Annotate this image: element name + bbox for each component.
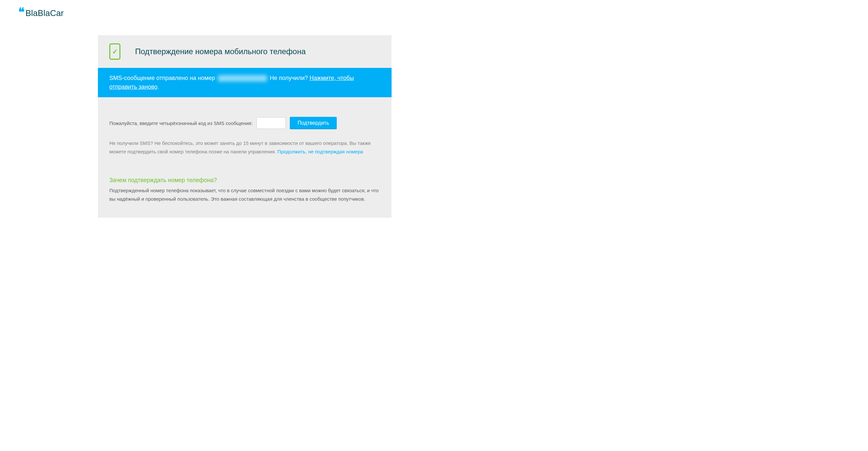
header-section: ✓ Подтверждение номера мобильного телефо… bbox=[98, 35, 392, 68]
banner-period: . bbox=[157, 84, 159, 90]
logo[interactable]: ❝ BlaBlaCar bbox=[0, 0, 490, 19]
help-text-section: Не получили SMS? Не беспокойтесь, это мо… bbox=[98, 139, 392, 156]
banner-text-before: SMS-сообщение отправлено на номер bbox=[109, 75, 217, 81]
banner-text-after: Не получили? bbox=[268, 75, 310, 81]
sms-sent-banner: SMS-сообщение отправлено на номер Не пол… bbox=[98, 68, 392, 97]
check-icon: ✓ bbox=[112, 48, 118, 56]
confirm-button[interactable]: Подтвердить bbox=[290, 117, 337, 129]
sms-code-input[interactable] bbox=[256, 117, 286, 129]
why-text: Подтвержденный номер телефона показывает… bbox=[109, 186, 380, 203]
why-section: Зачем подтверждать номер телефона? Подтв… bbox=[98, 156, 392, 203]
page-title: Подтверждение номера мобильного телефона bbox=[135, 47, 306, 56]
continue-without-verify-link[interactable]: Продолжить, не подтверждая номера bbox=[277, 149, 363, 154]
main-container: ✓ Подтверждение номера мобильного телефо… bbox=[98, 35, 392, 218]
code-form-row: Пожалуйста, введите четырёхзначный код и… bbox=[109, 117, 380, 129]
phone-number-redacted bbox=[218, 75, 267, 82]
logo-text: BlaBlaCar bbox=[26, 8, 64, 18]
code-input-label: Пожалуйста, введите четырёхзначный код и… bbox=[109, 120, 253, 126]
phone-verified-icon: ✓ bbox=[109, 43, 120, 60]
form-section: Пожалуйста, введите четырёхзначный код и… bbox=[98, 97, 392, 129]
why-title: Зачем подтверждать номер телефона? bbox=[109, 177, 380, 184]
logo-quote-icon: ❝ bbox=[18, 6, 25, 18]
